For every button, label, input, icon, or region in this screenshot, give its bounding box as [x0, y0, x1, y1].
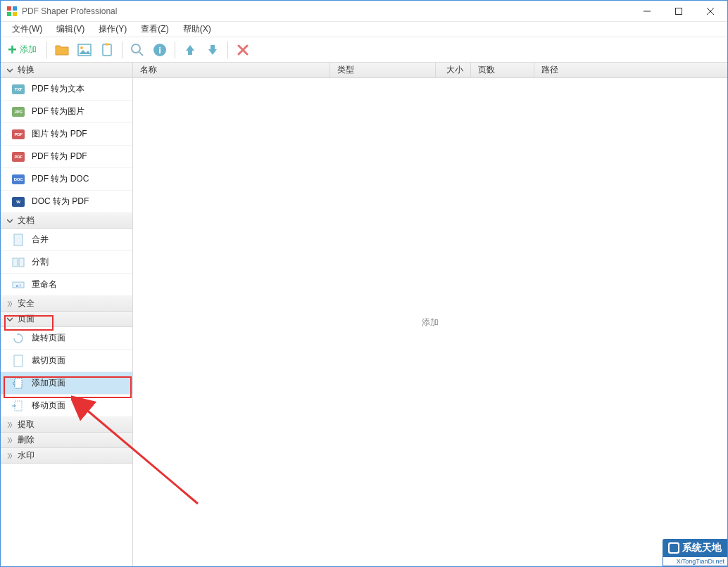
- section-document-label: 文档: [18, 215, 34, 227]
- chevron-right-icon: [6, 437, 13, 444]
- svg-rect-0: [7, 6, 11, 11]
- menu-edit[interactable]: 编辑(V): [49, 22, 92, 37]
- content-area: 名称 类型 大小 页数 路径 添加: [133, 63, 727, 566]
- sidebar-item-pdf-to-doc[interactable]: DOCPDF 转为 DOC: [1, 168, 132, 191]
- col-pages[interactable]: 页数: [471, 63, 534, 77]
- svg-rect-18: [14, 234, 23, 246]
- svg-rect-5: [675, 8, 682, 14]
- section-extract[interactable]: 提取: [1, 417, 132, 433]
- remove-button[interactable]: [232, 39, 253, 60]
- page-icon: [12, 234, 25, 246]
- watermark-url: XiTongTianDi.net: [663, 557, 727, 566]
- up-button[interactable]: [180, 39, 201, 60]
- section-security[interactable]: 安全: [1, 296, 132, 312]
- pdf-icon: PDF: [12, 151, 25, 163]
- menu-view[interactable]: 查看(Z): [134, 22, 175, 37]
- sidebar-item-rename[interactable]: a I重命名: [1, 274, 132, 296]
- file-list[interactable]: 添加: [133, 78, 727, 566]
- plus-icon: +: [8, 42, 17, 58]
- section-delete-label: 删除: [18, 434, 34, 446]
- sidebar-item-pdf-to-text[interactable]: TXTPDF 转为文本: [1, 78, 132, 101]
- sidebar-item-split[interactable]: 分割: [1, 251, 132, 274]
- separator: [122, 42, 123, 58]
- svg-rect-23: [14, 355, 23, 367]
- menu-help[interactable]: 帮助(X): [176, 22, 218, 37]
- section-convert[interactable]: 转换: [1, 63, 132, 78]
- watermark-brand: 系统天地: [682, 542, 722, 554]
- sidebar-item-rotate-pages[interactable]: 旋转页面: [1, 327, 132, 350]
- sidebar: 转换 TXTPDF 转为文本 JPGPDF 转为图片 PDF图片 转为 PDF …: [1, 63, 133, 566]
- info-button[interactable]: i: [149, 39, 170, 60]
- col-type[interactable]: 类型: [330, 63, 436, 77]
- image-button[interactable]: [74, 39, 95, 60]
- section-extract-label: 提取: [18, 419, 34, 431]
- sidebar-item-add-pages[interactable]: 添加页面: [1, 372, 132, 395]
- chevron-right-icon: [6, 421, 13, 428]
- section-pages[interactable]: 页面: [1, 312, 132, 327]
- svg-rect-1: [13, 6, 17, 11]
- section-delete[interactable]: 删除: [1, 433, 132, 448]
- svg-rect-2: [7, 12, 11, 16]
- add-label: 添加: [20, 44, 37, 56]
- move-icon: [12, 400, 25, 412]
- add-page-icon: [12, 377, 25, 390]
- separator: [46, 42, 47, 58]
- word-icon: W: [12, 196, 25, 208]
- chevron-down-icon: [6, 316, 13, 323]
- separator: [175, 42, 175, 58]
- jpg-icon: JPG: [12, 106, 25, 118]
- close-button[interactable]: [694, 1, 726, 21]
- sidebar-item-pdf-to-image[interactable]: JPGPDF 转为图片: [1, 101, 132, 123]
- sidebar-item-pdf-to-pdf[interactable]: PDFPDF 转为 PDF: [1, 146, 132, 168]
- col-size[interactable]: 大小: [436, 63, 471, 77]
- section-convert-label: 转换: [18, 64, 34, 76]
- sidebar-item-image-to-pdf[interactable]: PDF图片 转为 PDF: [1, 123, 132, 146]
- chevron-right-icon: [6, 452, 13, 459]
- section-document[interactable]: 文档: [1, 213, 132, 229]
- separator: [227, 42, 228, 58]
- column-header: 名称 类型 大小 页数 路径: [133, 63, 727, 78]
- doc-icon: DOC: [12, 173, 25, 186]
- minimize-button[interactable]: [631, 1, 663, 21]
- svg-rect-28: [670, 544, 678, 552]
- chevron-right-icon: [6, 300, 13, 307]
- svg-point-9: [80, 46, 83, 49]
- search-button[interactable]: [127, 39, 148, 60]
- section-watermark-label: 水印: [18, 450, 34, 461]
- svg-rect-24: [15, 378, 22, 388]
- clipboard-button[interactable]: [96, 39, 118, 60]
- rename-icon: a I: [12, 279, 25, 291]
- titlebar: PDF Shaper Professional: [1, 1, 727, 22]
- svg-rect-11: [105, 43, 109, 45]
- chevron-down-icon: [6, 217, 13, 224]
- add-button[interactable]: + 添加: [5, 39, 42, 60]
- menubar: 文件(W) 编辑(V) 操作(Y) 查看(Z) 帮助(X): [1, 22, 727, 37]
- window-title: PDF Shaper Professional: [22, 6, 631, 16]
- col-path[interactable]: 路径: [534, 63, 727, 77]
- svg-point-12: [132, 44, 140, 53]
- menu-action[interactable]: 操作(Y): [92, 22, 134, 37]
- app-icon: [6, 6, 18, 17]
- down-button[interactable]: [202, 39, 223, 60]
- svg-rect-20: [19, 258, 24, 267]
- txt-icon: TXT: [12, 83, 25, 96]
- folder-button[interactable]: [51, 39, 73, 60]
- svg-text:i: i: [158, 45, 161, 56]
- sidebar-item-crop-pages[interactable]: 裁切页面: [1, 350, 132, 372]
- placeholder-text: 添加: [422, 317, 439, 329]
- menu-file[interactable]: 文件(W): [5, 22, 49, 37]
- section-pages-label: 页面: [18, 313, 34, 325]
- rotate-icon: [12, 332, 25, 345]
- svg-rect-3: [13, 12, 17, 16]
- sidebar-item-move-pages[interactable]: 移动页面: [1, 395, 132, 417]
- split-icon: [12, 256, 25, 269]
- sidebar-item-doc-to-pdf[interactable]: WDOC 转为 PDF: [1, 191, 132, 213]
- svg-rect-10: [103, 44, 111, 56]
- toolbar: + 添加 i: [1, 37, 727, 63]
- svg-rect-19: [13, 258, 18, 267]
- svg-line-13: [139, 52, 143, 56]
- sidebar-item-merge[interactable]: 合并: [1, 229, 132, 251]
- col-name[interactable]: 名称: [133, 63, 330, 77]
- section-watermark[interactable]: 水印: [1, 448, 132, 464]
- maximize-button[interactable]: [663, 1, 694, 21]
